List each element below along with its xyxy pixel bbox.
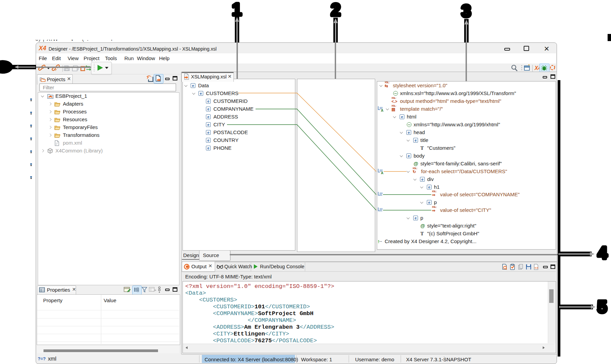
svg-text:A: A [381, 109, 383, 112]
svg-text:1: 1 [232, 0, 242, 19]
svg-text:4: 4 [598, 243, 607, 262]
svg-text:5: 5 [597, 297, 607, 316]
svg-text:2: 2 [331, 0, 341, 19]
svg-text:A: A [381, 171, 383, 175]
svg-text:3: 3 [461, 2, 471, 21]
svg-text:<>: <> [535, 267, 538, 270]
